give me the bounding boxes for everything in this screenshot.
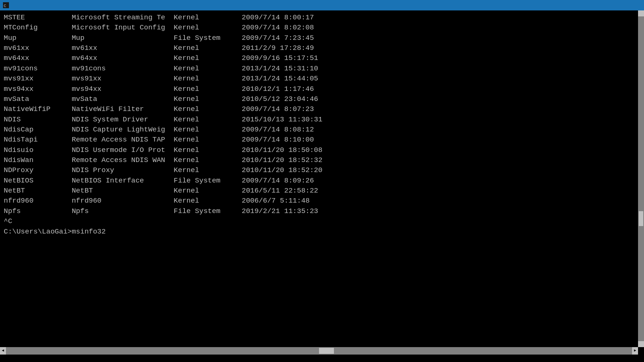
minimize-button[interactable] [590,0,607,10]
table-row: NativeWifiP NativeWiFi Filter Kernel 200… [4,104,633,114]
table-row: NetBIOS NetBIOS Interface File System 20… [4,176,633,186]
table-row: NdisCap NDIS Capture LightWeig Kernel 20… [4,125,633,135]
table-row: MTConfig Microsoft Input Config Kernel 2… [4,23,633,33]
command-prompt[interactable]: C:\Users\LaoGai>msinfo32 [4,227,633,237]
table-row: NdisWan Remote Access NDIS WAN Kernel 20… [4,155,633,165]
table-row: mvSata mvSata Kernel 2010/5/12 23:04:46 [4,94,633,104]
titlebar: C [0,0,644,10]
table-row: mv91cons mv91cons Kernel 2013/1/24 15:31… [4,64,633,74]
hscroll-thumb[interactable] [319,348,334,354]
scroll-left-button[interactable]: ◄ [0,347,6,355]
table-row: Ndisuio NDIS Usermode I/O Prot Kernel 20… [4,145,633,155]
scroll-right-button[interactable]: ► [632,347,638,355]
svg-text:C: C [4,4,6,8]
table-row: Npfs Npfs File System 2019/2/21 11:35:23 [4,206,633,216]
titlebar-controls [590,0,641,10]
table-row: NetBT NetBT Kernel 2016/5/11 22:58:22 [4,186,633,196]
table-row: mv64xx mv64xx Kernel 2009/9/16 15:17:51 [4,53,633,63]
horizontal-scrollbar[interactable]: ◄ ► [0,347,638,355]
vertical-scrollbar[interactable]: ▲ ▼ [638,10,644,347]
vscroll-thumb[interactable] [639,211,643,226]
table-row: mvs91xx mvs91xx Kernel 2013/1/24 15:44:0… [4,74,633,84]
scroll-up-button[interactable]: ▲ [638,10,644,16]
hscroll-track [6,347,632,355]
table-row: mvs94xx mvs94xx Kernel 2010/12/1 1:17:46 [4,84,633,94]
table-row: NdisTapi Remote Access NDIS TAP Kernel 2… [4,135,633,145]
titlebar-left: C [3,2,11,8]
vscroll-track [638,16,644,341]
table-row: NDProxy NDIS Proxy Kernel 2010/11/20 18:… [4,165,633,175]
table-row: MSTEE Microsoft Streaming Te Kernel 2009… [4,13,633,23]
table-row: nfrd960 nfrd960 Kernel 2006/6/7 5:11:48 [4,196,633,206]
scroll-down-button[interactable]: ▼ [638,341,644,347]
table-row: NDIS NDIS System Driver Kernel 2015/10/1… [4,115,633,125]
table-row: mv61xx mv61xx Kernel 2011/2/9 17:28:49 [4,43,633,53]
table-row: Mup Mup File System 2009/7/14 7:23:45 [4,33,633,43]
restore-button[interactable] [607,0,624,10]
close-button[interactable] [624,0,641,10]
ctrl-c-line: ^C [4,216,633,226]
terminal: MSTEE Microsoft Streaming Te Kernel 2009… [0,10,644,355]
cmd-icon: C [3,2,9,8]
terminal-content: MSTEE Microsoft Streaming Te Kernel 2009… [4,13,640,237]
